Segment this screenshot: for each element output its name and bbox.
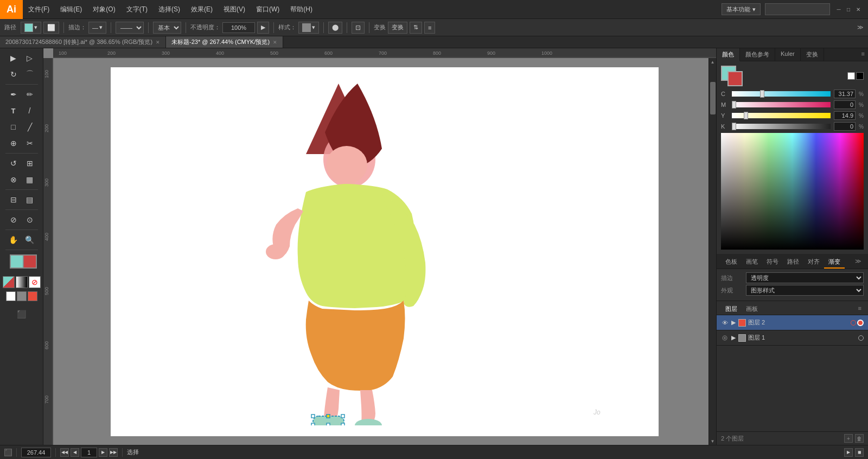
menu-view[interactable]: 视图(V) [218, 0, 251, 18]
tab-transform-right[interactable]: 变换 [801, 48, 824, 61]
page-fwd-btn[interactable]: ▶ [99, 448, 107, 457]
menu-help[interactable]: 帮助(H) [285, 0, 318, 18]
canvas-container[interactable]: Jo [111, 67, 659, 436]
fill-color-btn[interactable]: ▾ [21, 22, 41, 34]
menu-object[interactable]: 对象(O) [87, 0, 120, 18]
layers-menu-icon[interactable]: ≡ [856, 303, 864, 315]
layer-2-eye[interactable]: 👁 [721, 319, 729, 327]
style-btn[interactable]: ▾ [298, 22, 319, 34]
stroke-app-select[interactable]: 透明度 [746, 272, 864, 283]
k-slider-track[interactable] [732, 124, 831, 129]
align-tab[interactable]: 对齐 [803, 256, 824, 269]
rotate2-tool[interactable]: ↺ [6, 156, 21, 171]
page-input[interactable] [81, 448, 97, 457]
hand-tool[interactable]: ✋ [6, 232, 21, 247]
transform-btn[interactable]: 变换 [388, 22, 407, 34]
puppet-tool[interactable]: ⊞ [22, 156, 37, 171]
stroke-icon-btn[interactable]: ⬜ [43, 22, 59, 34]
stroke-style-dropdown[interactable]: —— [116, 22, 144, 34]
path-tab[interactable]: 路径 [783, 256, 803, 269]
artboard-tool[interactable]: ⬛ [14, 307, 29, 322]
tab-1[interactable]: 20087301724588860 [转换].ai* @ 386.65% (RG… [0, 36, 166, 48]
scroll-down-arrow[interactable]: ▼ [709, 437, 717, 445]
page-back-btn[interactable]: ◀ [71, 448, 79, 457]
c-slider-track[interactable] [732, 91, 831, 97]
scroll-up-arrow[interactable]: ▲ [709, 58, 717, 66]
measure-tool[interactable]: ⊙ [22, 212, 37, 227]
color-mode-btn[interactable] [3, 276, 15, 288]
extra-swatch-3[interactable] [28, 291, 37, 301]
c-value-input[interactable] [834, 90, 856, 98]
search-input[interactable] [765, 3, 830, 15]
tab-2[interactable]: 未标题-23* @ 267.44% (CMYK/预览) ✕ [166, 36, 283, 48]
y-slider-thumb[interactable] [744, 112, 748, 119]
minimize-button[interactable]: ─ [834, 5, 843, 14]
k-slider-thumb[interactable] [732, 123, 736, 130]
maximize-button[interactable]: □ [844, 5, 853, 14]
m-value-input[interactable] [834, 100, 856, 109]
layer-2-play[interactable]: ▶ [730, 319, 737, 327]
menu-effect[interactable]: 效果(E) [186, 0, 218, 18]
none-mode-btn[interactable]: ⊘ [29, 276, 41, 288]
layer-1-eye-off[interactable] [721, 334, 729, 342]
symbol-tab[interactable]: 符号 [762, 256, 783, 269]
direct-select-tool[interactable]: ▷ [22, 50, 37, 66]
pencil-tool[interactable]: ✏ [22, 87, 37, 102]
stroke-width-btn[interactable]: — ▾ [88, 22, 106, 34]
play-btn[interactable]: ▶ [844, 448, 853, 457]
tab-2-close[interactable]: ✕ [273, 40, 277, 45]
extra-swatch-2[interactable] [17, 291, 27, 301]
color-bg-chip[interactable] [727, 71, 743, 86]
add-layer-btn[interactable]: + [844, 434, 853, 443]
y-value-input[interactable] [834, 111, 856, 120]
canvas-area[interactable]: 100 200 300 400 500 600 700 800 900 1000… [43, 48, 716, 445]
panel-menu-icon[interactable]: ≡ [858, 48, 868, 61]
menu-edit[interactable]: 编辑(E) [55, 0, 87, 18]
y-slider-track[interactable] [732, 113, 831, 118]
layer-1-expand[interactable]: ▶ [730, 334, 737, 342]
foreground-swatch[interactable] [10, 254, 24, 269]
artboard-tab[interactable]: 画板 [742, 303, 762, 315]
more-btn[interactable]: ≡ [424, 22, 435, 34]
opacity-input[interactable] [222, 22, 255, 33]
background-swatch[interactable] [23, 254, 37, 269]
c-slider-thumb[interactable] [760, 90, 764, 98]
select-tool[interactable]: ▶ [6, 50, 21, 66]
appearance-btn[interactable]: ⬤ [328, 22, 342, 34]
symbol-tool[interactable]: ⊟ [6, 192, 21, 207]
vertical-scrollbar[interactable]: ▲ ▼ [709, 58, 716, 445]
chart-tool[interactable]: ▦ [22, 172, 37, 187]
select-group-btn[interactable]: ⊡ [352, 22, 365, 34]
m-slider-track[interactable] [732, 102, 831, 107]
zoom-input[interactable] [21, 448, 51, 457]
white-swatch[interactable] [847, 72, 855, 80]
anchor-tool[interactable]: ⊕ [6, 136, 21, 151]
workspace-button[interactable]: 基本功能 ▾ [722, 3, 761, 15]
menu-select[interactable]: 选择(S) [153, 0, 186, 18]
eyedropper-tool[interactable]: ⊘ [6, 212, 21, 227]
layer-row-1[interactable]: ▶ 图层 1 [717, 330, 868, 346]
tab-1-close[interactable]: ✕ [156, 40, 160, 45]
panel-more-icon[interactable]: ≫ [853, 256, 864, 269]
mode-dropdown[interactable]: 基本 [153, 22, 181, 34]
brush-tool[interactable]: ╱ [22, 119, 37, 135]
menu-file[interactable]: 文件(F) [23, 0, 55, 18]
tab-color[interactable]: 颜色 [717, 48, 740, 61]
line-tool[interactable]: / [22, 103, 37, 118]
k-value-input[interactable] [834, 122, 856, 131]
m-slider-thumb[interactable] [732, 101, 736, 109]
scissors-tool[interactable]: ✂ [22, 136, 37, 151]
layer-row-2[interactable]: 👁 ▶ 图层 2 [717, 315, 868, 330]
close-button[interactable]: ✕ [854, 5, 863, 14]
panel-toggle[interactable]: ≫ [857, 24, 864, 30]
tab-color-ref[interactable]: 颜色参考 [740, 48, 775, 61]
rotate-tool[interactable]: ↻ [6, 67, 21, 82]
pen-tool[interactable]: ✒ [6, 87, 21, 102]
page-prev-btn[interactable]: ◀◀ [60, 448, 69, 457]
page-last-btn[interactable]: ▶▶ [109, 448, 118, 457]
scroll-thumb[interactable] [710, 82, 716, 114]
extra-swatch-1[interactable] [6, 291, 16, 301]
swatches-tab[interactable]: 色板 [721, 256, 742, 269]
lasso-tool[interactable]: ⌒ [22, 67, 37, 82]
menu-window[interactable]: 窗口(W) [251, 0, 285, 18]
